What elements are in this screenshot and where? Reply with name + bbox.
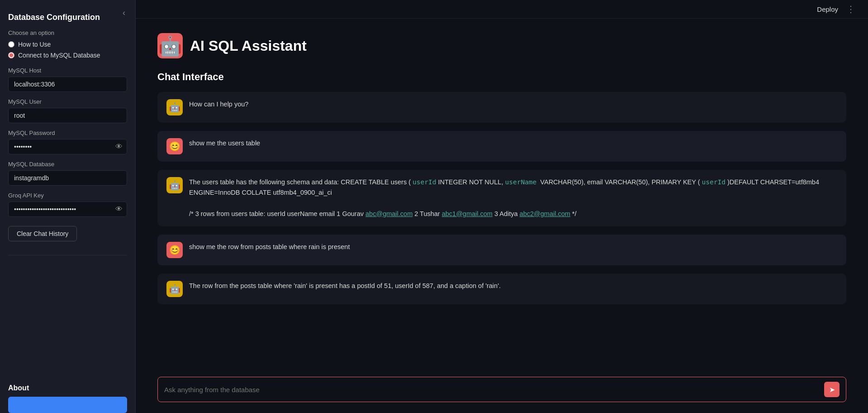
about-title: About: [8, 384, 127, 392]
deploy-button[interactable]: Deploy: [817, 5, 838, 13]
email-link-2[interactable]: abc1@gmail.com: [442, 210, 493, 217]
message-user-2: 😊 show me the row from posts table where…: [157, 235, 846, 265]
code-userId-2: userId: [702, 178, 726, 186]
how-to-use-option[interactable]: How to Use: [8, 41, 127, 48]
message-content-ai-2: The users table has the following schema…: [189, 177, 837, 219]
message-ai-3: 🤖 The row from the posts table where 'ra…: [157, 274, 846, 304]
message-content-ai-3: The row from the posts table where 'rain…: [189, 281, 837, 291]
option-radio-group: How to Use Connect to MySQL Database: [8, 41, 127, 59]
mysql-user-input[interactable]: [8, 108, 127, 123]
mysql-database-input[interactable]: [8, 170, 127, 186]
chat-header: 🤖 AI SQL Assistant: [157, 33, 846, 58]
chat-area: 🤖 AI SQL Assistant Chat Interface 🤖 How …: [136, 19, 868, 370]
groq-api-key-label: Groq API Key: [8, 192, 127, 199]
sidebar-divider: [8, 255, 127, 255]
ai-avatar-3: 🤖: [166, 281, 183, 297]
mysql-password-wrapper: 👁: [8, 139, 127, 154]
message-content-user-1: show me the users table: [189, 138, 837, 149]
more-options-button[interactable]: ⋮: [844, 5, 857, 14]
input-wrapper: ➤: [157, 377, 846, 402]
toggle-password-visibility-button[interactable]: 👁: [115, 143, 123, 151]
code-userId-1: userId: [413, 178, 436, 186]
chat-input[interactable]: [164, 386, 824, 394]
ai-avatar-1: 🤖: [166, 99, 183, 115]
about-button[interactable]: [8, 397, 127, 413]
mysql-password-label: MySQL Password: [8, 130, 127, 136]
choose-option-label: Choose an option: [8, 29, 127, 36]
email-link-1[interactable]: abc@gmail.com: [365, 210, 413, 217]
how-to-use-radio[interactable]: [8, 41, 14, 48]
message-user-1: 😊 show me the users table: [157, 131, 846, 162]
connect-mysql-label: Connect to MySQL Database: [18, 52, 100, 59]
main-panel: Deploy ⋮ 🤖 AI SQL Assistant Chat Interfa…: [136, 0, 868, 413]
how-to-use-label: How to Use: [18, 41, 51, 48]
clear-chat-history-button[interactable]: Clear Chat History: [8, 226, 77, 241]
message-ai-1: 🤖 How can I help you?: [157, 92, 846, 123]
ai-avatar-2: 🤖: [166, 177, 183, 193]
message-content-user-2: show me the row from posts table where r…: [189, 242, 837, 252]
toggle-api-key-visibility-button[interactable]: 👁: [115, 205, 123, 213]
user-avatar-2: 😊: [166, 242, 183, 258]
email-link-3[interactable]: abc2@gmail.com: [520, 210, 570, 217]
mysql-host-label: MySQL Host: [8, 67, 127, 74]
sidebar-title: Database Configuration: [8, 13, 127, 22]
chat-subtitle: Chat Interface: [157, 71, 846, 83]
collapse-button[interactable]: ‹: [119, 6, 129, 19]
user-avatar-1: 😊: [166, 138, 183, 154]
mysql-host-input[interactable]: [8, 77, 127, 92]
topbar: Deploy ⋮: [136, 0, 868, 19]
robot-icon: 🤖: [157, 33, 183, 58]
connect-mysql-option[interactable]: Connect to MySQL Database: [8, 52, 127, 59]
message-content-ai-1: How can I help you?: [189, 99, 837, 110]
send-icon: ➤: [829, 385, 835, 394]
input-area: ➤: [136, 370, 868, 413]
message-ai-2: 🤖 The users table has the following sche…: [157, 170, 846, 226]
mysql-user-label: MySQL User: [8, 98, 127, 105]
sidebar: ‹ Database Configuration Choose an optio…: [0, 0, 136, 413]
mysql-database-label: MySQL Database: [8, 161, 127, 168]
chat-title: AI SQL Assistant: [190, 38, 307, 54]
mysql-password-input[interactable]: [8, 139, 127, 154]
about-section: About: [0, 378, 135, 413]
groq-api-key-wrapper: 👁: [8, 202, 127, 217]
send-button[interactable]: ➤: [824, 382, 840, 397]
code-userName: userName: [505, 178, 536, 186]
connect-mysql-radio[interactable]: [8, 52, 14, 58]
groq-api-key-input[interactable]: [8, 202, 127, 217]
